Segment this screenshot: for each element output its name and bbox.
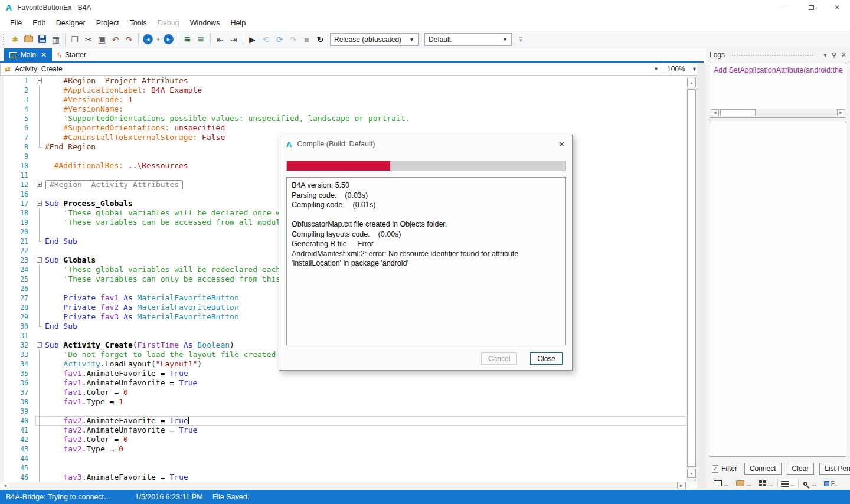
dock-tab-book[interactable]: ... xyxy=(711,479,731,488)
save-icon[interactable] xyxy=(35,32,49,46)
step-over-icon[interactable]: ⟳ xyxy=(273,32,286,46)
expand-region-icon[interactable]: + xyxy=(37,182,42,187)
logs-output-box[interactable]: Add SetApplicationAttribute(android:the … xyxy=(710,63,846,118)
collapse-region-icon[interactable]: − xyxy=(37,257,42,263)
dock-tab-search[interactable]: ... xyxy=(800,479,819,488)
code-line[interactable]: 37 fav1.Color = 0 xyxy=(0,388,686,397)
code-text: Private fav1 As MaterialFavoriteButton xyxy=(45,293,239,303)
build-profile-select[interactable]: Default▼ xyxy=(424,33,512,46)
line-number: 16 xyxy=(0,190,35,198)
dock-tab-logs-lines[interactable]: ... xyxy=(777,479,799,488)
step-out-icon[interactable]: ↷ xyxy=(286,32,300,46)
code-line[interactable]: 36 fav1.AnimateUnfavorite = True xyxy=(0,378,686,388)
code-line[interactable]: 6 #SupportedOrientations: unspecified xyxy=(0,123,686,133)
fold-column xyxy=(35,189,45,199)
export-icon[interactable]: ▦ xyxy=(49,32,63,46)
panel-menu-caret-icon[interactable]: ▾ xyxy=(823,51,827,59)
code-line[interactable]: 1− #Region Project Attributes xyxy=(0,76,686,86)
menu-project[interactable]: Project xyxy=(91,17,125,30)
scroll-right-icon[interactable]: ▶ xyxy=(677,482,686,489)
restore-button[interactable] xyxy=(798,0,824,15)
run-icon[interactable]: ▶ xyxy=(246,32,259,46)
panel-splitter[interactable] xyxy=(697,63,706,490)
code-line[interactable]: 43 fav2.Type = 0 xyxy=(0,444,686,454)
pin-icon[interactable]: ⚲ xyxy=(832,51,836,59)
scrollbar-thumb[interactable] xyxy=(720,109,756,116)
code-line[interactable]: 3 #VersionCode: 1 xyxy=(0,95,686,104)
collapse-region-icon[interactable]: − xyxy=(37,201,42,206)
back-history-caret-icon[interactable]: ▾ xyxy=(155,32,162,46)
menu-edit[interactable]: Edit xyxy=(27,17,51,30)
indent-icon[interactable]: ⇥ xyxy=(227,32,240,46)
code-line[interactable]: 45 xyxy=(0,463,686,473)
function-selector[interactable]: ⇄ Activity_Create ▼ xyxy=(0,63,663,76)
toolbar-overflow-icon[interactable]: ▾ xyxy=(519,37,522,42)
new-project-icon[interactable]: ✱ xyxy=(8,32,22,46)
stop-icon[interactable]: ■ xyxy=(300,32,313,46)
navigate-forward-icon[interactable]: ▸ xyxy=(162,32,175,46)
paste-icon[interactable]: ▣ xyxy=(95,32,109,46)
code-line[interactable]: 41 fav2.AnimateUnfavorite = True xyxy=(0,426,686,435)
menu-file[interactable]: File xyxy=(5,17,27,30)
tab-starter[interactable]: ϟ Starter xyxy=(52,48,91,61)
code-line[interactable]: 40 fav2.AnimateFavorite = True xyxy=(0,416,686,426)
scroll-left-icon[interactable]: ◀ xyxy=(711,109,719,116)
code-line[interactable]: 4 #VersionName: xyxy=(0,104,686,114)
menu-designer[interactable]: Designer xyxy=(51,17,91,30)
open-project-icon[interactable] xyxy=(22,32,35,46)
fold-column xyxy=(35,378,45,388)
scroll-left-icon[interactable]: ◀ xyxy=(1,482,9,489)
minimize-button[interactable]: — xyxy=(772,0,798,15)
code-line[interactable]: 44 xyxy=(0,454,686,463)
dock-tab-folder[interactable]: ... xyxy=(733,479,754,488)
scroll-down-icon[interactable]: ▼ xyxy=(687,469,696,478)
scroll-right-icon[interactable]: ▶ xyxy=(837,109,845,116)
menu-help[interactable]: Help xyxy=(225,17,251,30)
filter-checkbox[interactable]: ✓ xyxy=(712,465,718,473)
logs-horizontal-scrollbar[interactable]: ◀ ▶ xyxy=(710,109,846,117)
editor-vertical-scrollbar[interactable]: ▲ ▼ xyxy=(686,76,697,482)
tab-main[interactable]: Main ✕ xyxy=(4,48,52,61)
clear-button[interactable]: Clear xyxy=(787,463,815,475)
redo-icon[interactable]: ↷ xyxy=(122,32,136,46)
editor-horizontal-scrollbar[interactable]: ◀ ▶ xyxy=(0,482,686,490)
line-number: 5 xyxy=(0,114,35,123)
close-tab-icon[interactable]: ✕ xyxy=(41,51,47,59)
menu-tools[interactable]: Tools xyxy=(125,17,152,30)
outdent-icon[interactable]: ⇤ xyxy=(213,32,227,46)
zoom-selector[interactable]: 100% ▼ xyxy=(663,63,701,76)
code-line[interactable]: 2 #ApplicationLabel: B4A Example xyxy=(0,86,686,95)
connect-button[interactable]: Connect xyxy=(744,463,782,475)
code-line[interactable]: 5 'SupportedOrientations possible values… xyxy=(0,114,686,123)
dock-tab-find[interactable]: F.. xyxy=(821,479,841,488)
code-line[interactable]: 39 xyxy=(0,407,686,416)
dialog-close-button[interactable]: Close xyxy=(530,352,563,365)
copy-icon[interactable]: ❐ xyxy=(68,32,81,46)
logs-detail-box[interactable] xyxy=(710,122,846,457)
build-configuration-select[interactable]: Release (obfuscated)▼ xyxy=(330,33,419,46)
collapse-region-icon[interactable]: − xyxy=(37,342,42,348)
cancel-button[interactable]: Cancel xyxy=(481,352,517,365)
line-number: 1 xyxy=(0,77,35,85)
uncomment-icon[interactable]: ≣ xyxy=(194,32,208,46)
code-line[interactable]: 42 fav2.Color = 0 xyxy=(0,435,686,444)
scroll-up-icon[interactable]: ▲ xyxy=(687,78,696,87)
step-into-icon[interactable]: ⟲ xyxy=(259,32,273,46)
collapse-region-icon[interactable]: − xyxy=(37,78,42,83)
cut-icon[interactable]: ✂ xyxy=(81,32,95,46)
navigate-back-icon[interactable]: ◂ xyxy=(141,32,155,46)
menu-windows[interactable]: Windows xyxy=(185,17,225,30)
rebuild-icon[interactable]: ↻ xyxy=(313,32,327,46)
panel-close-icon[interactable]: ✕ xyxy=(841,51,846,59)
code-line[interactable]: 38 fav1.Type = 1 xyxy=(0,397,686,407)
list-permissions-button[interactable]: List Permissions xyxy=(819,463,850,475)
dock-tab-modules-grid[interactable]: ... xyxy=(756,479,776,488)
comment-icon[interactable]: ≣ xyxy=(181,32,194,46)
collapsed-region-box[interactable]: #Region Activity Attributes xyxy=(45,180,183,189)
close-button[interactable]: ✕ xyxy=(824,0,850,15)
code-text: #End Region xyxy=(45,142,96,152)
code-line[interactable]: 46 fav3.AnimateFavorite = True xyxy=(0,473,686,482)
undo-icon[interactable]: ↶ xyxy=(109,32,122,46)
dialog-close-icon[interactable]: ✕ xyxy=(558,140,565,149)
scrollbar-thumb[interactable] xyxy=(687,89,696,467)
